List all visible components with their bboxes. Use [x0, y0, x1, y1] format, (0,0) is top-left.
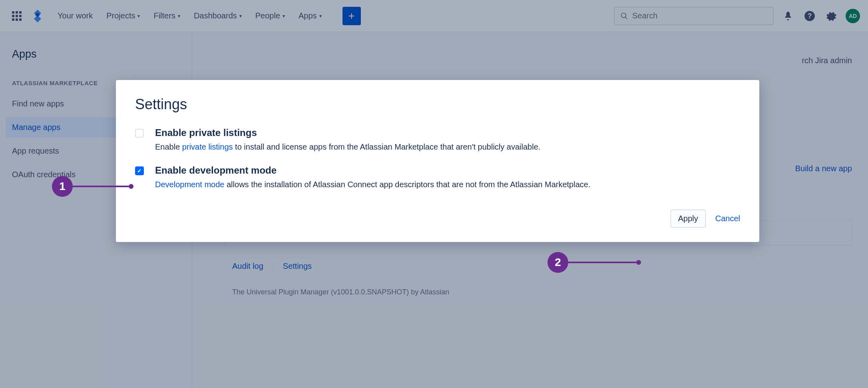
settings-modal: Settings Enable private listings Enable …: [116, 80, 759, 242]
annotation-2: 2: [547, 252, 641, 273]
annotation-line: [73, 186, 129, 187]
apply-button[interactable]: Apply: [671, 210, 706, 228]
checkbox-private-listings[interactable]: [135, 129, 144, 138]
desc-text: to install and license apps from the Atl…: [233, 142, 541, 151]
private-listings-link[interactable]: private listings: [182, 142, 233, 151]
annotation-1: 1: [52, 176, 133, 197]
checkbox-development-mode[interactable]: [135, 166, 144, 175]
setting-title: Enable development mode: [155, 165, 590, 176]
desc-text: allows the installation of Atlassian Con…: [224, 180, 590, 189]
setting-private-listings: Enable private listings Enable private l…: [135, 127, 740, 153]
modal-title: Settings: [135, 96, 740, 113]
annotation-dot: [636, 260, 641, 265]
annotation-line: [568, 262, 636, 263]
cancel-button[interactable]: Cancel: [715, 214, 740, 223]
annotation-number: 1: [52, 176, 73, 197]
setting-development-mode: Enable development mode Development mode…: [135, 165, 740, 190]
setting-description: Development mode allows the installation…: [155, 178, 590, 190]
setting-title: Enable private listings: [155, 127, 540, 138]
annotation-dot: [129, 184, 133, 189]
setting-description: Enable private listings to install and l…: [155, 141, 540, 153]
desc-text: Enable: [155, 142, 182, 151]
development-mode-link[interactable]: Development mode: [155, 180, 224, 189]
modal-actions: Apply Cancel: [135, 210, 740, 228]
annotation-number: 2: [547, 252, 568, 273]
